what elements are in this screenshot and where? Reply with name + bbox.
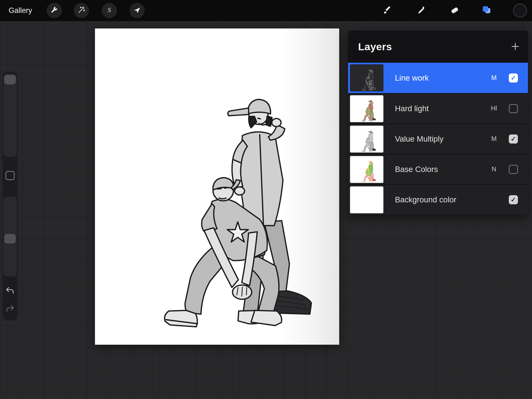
layer-name: Base Colors — [395, 165, 438, 174]
layer-thumbnail[interactable] — [350, 95, 383, 122]
layers-panel: Layers Line work M Hard light Hl Value M… — [348, 31, 528, 215]
undo-icon — [5, 286, 15, 295]
color-swatch-button[interactable] — [513, 4, 527, 18]
visibility-checkbox[interactable] — [509, 73, 518, 82]
gallery-button[interactable]: Gallery — [9, 0, 32, 21]
layer-thumbnail[interactable] — [350, 126, 383, 153]
drawing-canvas[interactable] — [95, 28, 339, 345]
paint-tool-button[interactable] — [380, 4, 393, 17]
blend-mode-button[interactable]: Hl — [487, 105, 501, 112]
visibility-checkbox[interactable] — [509, 104, 518, 113]
layer-name: Hard light — [395, 104, 429, 113]
undo-button[interactable] — [3, 285, 17, 297]
sidebar-controls — [2, 72, 18, 321]
blend-mode-button[interactable]: N — [487, 165, 501, 173]
modify-button[interactable] — [6, 171, 15, 180]
actions-button[interactable] — [47, 3, 62, 18]
visibility-checkbox[interactable] — [509, 195, 518, 204]
canvas-artwork — [100, 47, 329, 335]
transform-arrow-icon — [133, 6, 141, 15]
visibility-checkbox[interactable] — [509, 134, 518, 144]
plus-icon — [510, 42, 520, 52]
layer-name: Value Multiply — [395, 134, 443, 144]
layer-row-hard-light[interactable]: Hard light Hl — [348, 93, 528, 123]
selection-s-icon: S — [105, 6, 113, 15]
adjustments-button[interactable] — [74, 3, 89, 18]
layers-tool-button[interactable] — [480, 4, 493, 17]
blend-mode-button[interactable]: M — [487, 135, 501, 143]
layer-row-background-color[interactable]: Background color — [348, 184, 528, 215]
redo-icon — [5, 304, 15, 314]
wrench-icon — [50, 6, 58, 15]
layer-thumbnail[interactable] — [350, 186, 383, 213]
smudge-tool-button[interactable] — [414, 4, 427, 17]
layer-row-base-colors[interactable]: Base Colors N — [348, 154, 528, 184]
layer-thumbnail[interactable] — [350, 156, 383, 183]
add-layer-button[interactable] — [510, 41, 521, 52]
layers-panel-title: Layers — [358, 41, 392, 53]
layers-panel-header: Layers — [348, 31, 528, 63]
svg-text:S: S — [108, 6, 111, 14]
blend-mode-button[interactable]: M — [487, 74, 501, 82]
brush-icon — [382, 5, 392, 16]
smudge-icon — [416, 5, 426, 16]
transform-button[interactable] — [129, 3, 145, 18]
layer-thumbnail[interactable] — [350, 64, 383, 91]
layer-row-line-work[interactable]: Line work M — [348, 63, 528, 93]
layer-name: Background color — [395, 195, 456, 204]
top-toolbar: Gallery S — [0, 0, 532, 21]
layers-icon — [481, 5, 492, 16]
erase-tool-button[interactable] — [448, 4, 462, 17]
redo-button[interactable] — [3, 303, 17, 315]
layer-row-value-multiply[interactable]: Value Multiply M — [348, 123, 528, 154]
magic-wand-icon — [77, 6, 85, 15]
eraser-icon — [450, 5, 460, 16]
selection-button[interactable]: S — [102, 3, 117, 18]
layer-name: Line work — [395, 73, 429, 82]
visibility-checkbox[interactable] — [509, 165, 518, 174]
